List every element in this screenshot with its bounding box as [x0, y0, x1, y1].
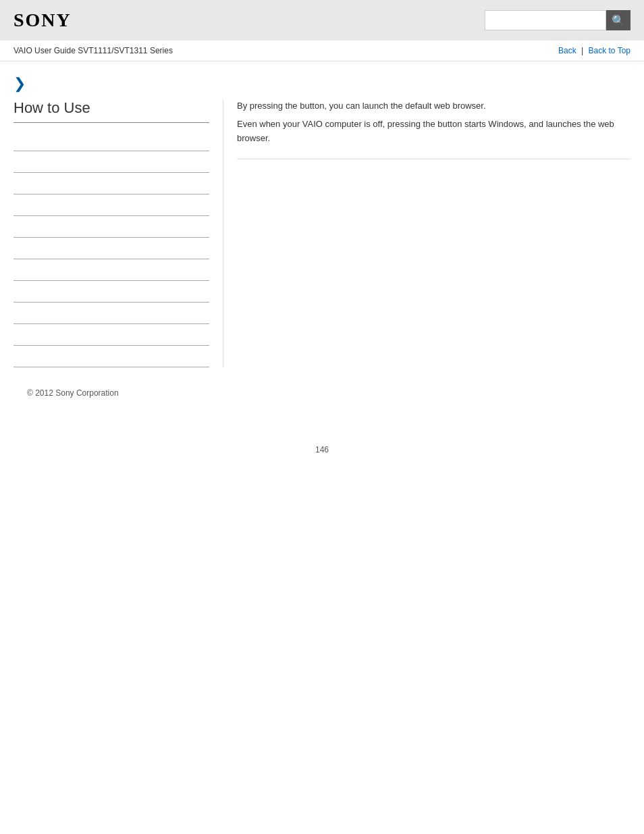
copyright-text: © 2012 Sony Corporation	[27, 388, 119, 398]
back-to-top-link[interactable]: Back to Top	[589, 46, 630, 55]
list-item[interactable]	[14, 346, 209, 367]
nav-links: Back | Back to Top	[558, 46, 630, 55]
breadcrumb: VAIO User Guide SVT1111/SVT1311 Series	[14, 46, 173, 55]
chevron-icon: ❯	[14, 75, 630, 93]
sub-header: VAIO User Guide SVT1111/SVT1311 Series B…	[0, 41, 644, 61]
back-link[interactable]: Back	[558, 46, 576, 55]
content-separator	[237, 159, 630, 159]
nav-separator: |	[581, 46, 583, 55]
list-item[interactable]	[14, 281, 209, 303]
list-item[interactable]	[14, 324, 209, 346]
list-item[interactable]	[14, 173, 209, 194]
main-paragraph-2: Even when your VAIO computer is off, pre…	[237, 118, 630, 146]
search-input[interactable]	[485, 10, 606, 30]
list-item[interactable]	[14, 303, 209, 324]
list-item[interactable]	[14, 194, 209, 216]
sony-logo: SONY	[14, 9, 72, 31]
list-item[interactable]	[14, 238, 209, 259]
main-text: By pressing the button, you can launch t…	[237, 99, 630, 145]
list-item[interactable]	[14, 151, 209, 173]
main-paragraph-1: By pressing the button, you can launch t…	[237, 99, 630, 113]
two-col-layout: How to Use By pressing the button, you c…	[14, 99, 630, 367]
list-item[interactable]	[14, 216, 209, 238]
footer: © 2012 Sony Corporation	[14, 367, 630, 405]
content-area: ❯ How to Use By pressing the button, you…	[0, 61, 644, 418]
right-col: By pressing the button, you can launch t…	[223, 99, 630, 367]
list-item[interactable]	[14, 259, 209, 281]
section-title: How to Use	[14, 99, 209, 123]
list-item[interactable]	[14, 130, 209, 151]
left-col: How to Use	[14, 99, 223, 367]
search-icon: 🔍	[612, 14, 625, 27]
header: SONY 🔍	[0, 0, 644, 41]
search-container: 🔍	[485, 10, 630, 30]
search-button[interactable]: 🔍	[606, 10, 630, 30]
page-number: 146	[0, 445, 644, 468]
